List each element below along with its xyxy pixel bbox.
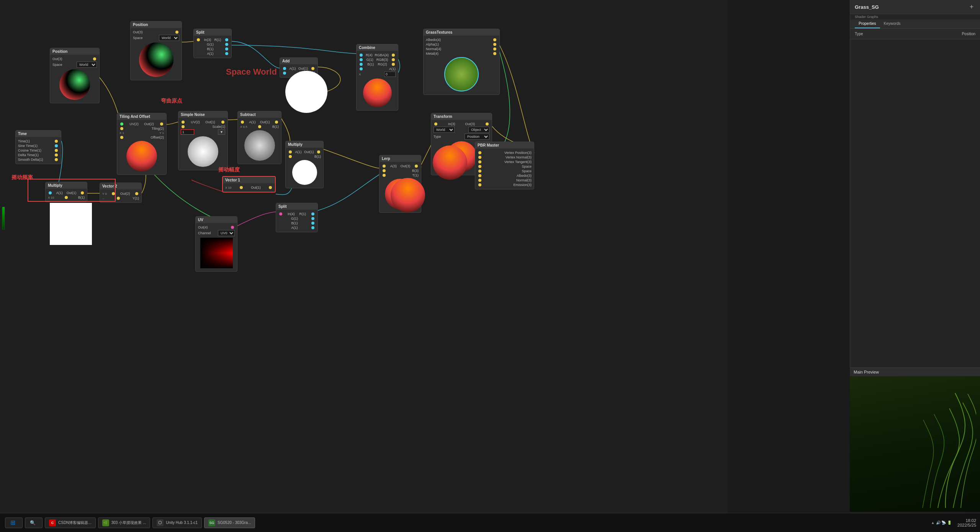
noise-scale-btn[interactable]: ▼ (218, 129, 225, 135)
lerp-t-port[interactable] (383, 174, 386, 177)
panel-add-button[interactable]: + (968, 3, 975, 11)
transform-world-select[interactable]: World (434, 127, 455, 133)
subtract-b-port[interactable] (258, 125, 261, 128)
vector2-y-port[interactable] (117, 197, 120, 200)
multiply-small-out-port[interactable] (81, 191, 84, 194)
time-time-port[interactable] (55, 140, 58, 143)
vector1-x-port[interactable] (240, 186, 243, 189)
add-b-port[interactable] (283, 72, 286, 75)
node-time-header: Time (16, 131, 61, 137)
time-smooth-port[interactable] (55, 158, 58, 161)
taskbar-sg[interactable]: SG SG0520 - 303Gra... (204, 517, 255, 528)
lerp-a-port[interactable] (383, 165, 386, 168)
position-small-space-select[interactable]: World Object (77, 62, 97, 68)
time-sine-label: Sine Time(1) (18, 144, 38, 148)
multiply-main-out-port[interactable] (317, 150, 320, 153)
split-bottom-b-port[interactable] (311, 222, 314, 225)
multiply-small-b-port[interactable] (65, 196, 68, 199)
vector2-x-port[interactable] (112, 192, 115, 195)
tiling-offset-port[interactable] (120, 136, 123, 139)
tiling-tiling-port[interactable] (120, 127, 123, 130)
vector2-out-port[interactable] (135, 192, 138, 195)
noise-out-port[interactable] (221, 121, 224, 124)
pbr-vertex-tangent-port[interactable] (478, 160, 481, 163)
tab-keywords[interactable]: Keywords (880, 20, 905, 28)
split-bottom-a-port[interactable] (311, 226, 314, 229)
split-bottom-in-port[interactable] (279, 212, 282, 215)
pbr-vertex-normal-port[interactable] (478, 156, 481, 159)
combine-rg-port[interactable] (392, 63, 395, 66)
grass-metal-port[interactable] (493, 52, 496, 55)
split-main-b-port[interactable] (225, 47, 228, 51)
noise-uv-port[interactable] (182, 121, 185, 124)
lerp-b-port[interactable] (383, 169, 386, 172)
noise-scale-port[interactable] (182, 125, 185, 128)
multiply-main-a-label: A(1) (295, 150, 301, 154)
taskbar-search[interactable]: 🔍 (25, 517, 43, 528)
split-main-g-label: G(1) (207, 42, 214, 46)
lerp-out-port[interactable] (415, 165, 418, 168)
combine-x-input[interactable] (384, 72, 396, 77)
combine-rgba-port[interactable] (392, 54, 395, 57)
pbr-emission-port[interactable] (478, 183, 481, 186)
right-panel: Grass_SG + Shader Graphs Properties Keyw… (850, 0, 980, 513)
combine-b-port[interactable] (360, 63, 363, 66)
position-value: Position (962, 32, 975, 36)
split-main-in-port[interactable] (197, 38, 200, 41)
grass-alpha-port[interactable] (493, 43, 496, 46)
time-cosine-port[interactable] (55, 149, 58, 152)
add-a-port[interactable] (283, 67, 286, 70)
tiling-uv-port[interactable] (120, 122, 123, 126)
position-main-space-select[interactable]: World Object (159, 35, 179, 41)
split-main-a-port[interactable] (225, 52, 228, 55)
pbr-vertex-pos-port[interactable] (478, 151, 481, 154)
combine-rg-label: RG(2) (378, 62, 387, 66)
grass-albedo-port[interactable] (493, 38, 496, 41)
pbr-albedo-port[interactable] (478, 174, 481, 177)
multiply-main-b-port[interactable] (289, 155, 292, 158)
vector1-out-port[interactable] (269, 186, 272, 189)
split-main-g-port[interactable] (225, 43, 228, 46)
taskbar-unity[interactable]: ⬡ Unity Hub 3.1.1-c1 (152, 517, 202, 528)
tiling-out-port[interactable] (160, 122, 163, 126)
split-main-r-port[interactable] (225, 38, 228, 41)
combine-a-port[interactable] (360, 67, 363, 70)
transform-out-port[interactable] (486, 122, 489, 126)
multiply-small-a-port[interactable] (49, 191, 52, 194)
transform-position-select[interactable]: Position (465, 134, 489, 140)
subtract-a-port[interactable] (241, 121, 244, 124)
combine-g-port[interactable] (360, 58, 363, 61)
split-main-in-label: In(3) (204, 38, 211, 42)
multiply-main-a-port[interactable] (289, 150, 292, 153)
uv-out-port[interactable] (231, 226, 234, 229)
pbr-normal-port[interactable] (478, 179, 481, 182)
taskbar-csdn[interactable]: C CSDN博客编辑器... (45, 517, 96, 528)
node-multiply-main: Multiply A(1) Out(1) B(1) (285, 141, 324, 188)
position-main-out-port[interactable] (175, 31, 178, 34)
combine-r-port[interactable] (360, 54, 363, 57)
time-sine-port[interactable] (55, 144, 58, 147)
add-out-port[interactable] (311, 67, 314, 70)
split-bottom-g-port[interactable] (311, 217, 314, 220)
shader-graph-canvas[interactable]: Position Out(3) Space World Object Split… (0, 0, 728, 513)
transform-in-port[interactable] (434, 122, 437, 126)
subtract-out-port[interactable] (275, 121, 278, 124)
combine-rgb-port[interactable] (392, 58, 395, 61)
taskbar-start[interactable]: ⊞ (5, 517, 23, 528)
space-world-label: Space World (226, 67, 277, 77)
pbr-space2-port[interactable] (478, 170, 481, 173)
split-bottom-r-port[interactable] (311, 212, 314, 215)
transform-object-select[interactable]: Object (468, 127, 489, 133)
node-lerp-header: Lerp (380, 155, 421, 162)
pbr-space1-port[interactable] (478, 165, 481, 168)
grass-normal-port[interactable] (493, 47, 496, 51)
taskbar-grass[interactable]: 🌿 303 小草摆现效果 ... (98, 517, 151, 528)
position-small-out-port[interactable] (93, 57, 96, 60)
noise-scale-input[interactable] (181, 129, 194, 135)
search-icon: 🔍 (29, 519, 36, 526)
time-delta-port[interactable] (55, 153, 58, 157)
tab-properties[interactable]: Properties (855, 20, 880, 28)
uv-channel-select[interactable]: UV0 UV1 (218, 230, 235, 236)
subtract-out-label: Out(1) (260, 120, 270, 124)
node-position-main-header: Position (131, 21, 182, 28)
